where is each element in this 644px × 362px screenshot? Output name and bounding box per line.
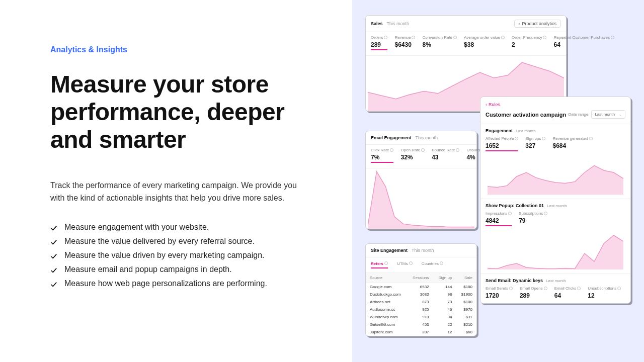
section-eyebrow: Analytics & Insights	[50, 45, 322, 54]
info-icon	[384, 261, 388, 265]
table-row[interactable]: Jupiterx.com28712$60	[366, 328, 476, 336]
metric[interactable]: Repeated Customer Purchases 64	[553, 35, 614, 50]
product-analytics-link[interactable]: › Product analytics	[514, 20, 561, 28]
engagement-metrics: Affected People 1652Sign ups 327Revenue …	[486, 136, 625, 154]
metric-label: Revenue generated	[552, 136, 592, 141]
metric[interactable]: Open Rate 32%	[400, 148, 425, 163]
chevron-left-icon: ‹	[486, 102, 487, 107]
email-metrics: Click Rate 7%Open Rate 32%Bounce Rate 43…	[366, 145, 476, 168]
table-row[interactable]: Wunderwp.com91034$31	[366, 313, 476, 321]
engagement-section-title: Engagement	[486, 128, 513, 133]
metric-label: Average order value	[464, 35, 505, 40]
rules-back-link[interactable]: ‹ Rules	[480, 97, 630, 110]
metric[interactable]: Email Sends 1720	[486, 286, 513, 299]
metric-label: Impressions	[486, 211, 512, 216]
info-icon	[577, 287, 581, 290]
metric-value: 289	[371, 41, 387, 50]
table-header[interactable]: Source	[366, 273, 407, 283]
email-send-section-title: Send Email: Dynamic keys	[486, 278, 543, 283]
popup-chart	[486, 229, 625, 269]
features-list: Measure engagement with your website.Mea…	[50, 223, 322, 288]
email-send-period: Last month	[546, 279, 566, 283]
info-icon	[501, 36, 505, 39]
metric[interactable]: Affected People 1652	[486, 136, 518, 151]
email-send-metrics: Email Sends 1720Email Opens 289Email Cli…	[486, 286, 625, 299]
metric-value: 7%	[371, 154, 393, 163]
table-row[interactable]: Audiosome.cc92546$970	[366, 306, 476, 313]
table-row[interactable]: Artbees.net87373$100	[366, 298, 476, 306]
info-icon	[543, 36, 546, 39]
info-icon	[544, 212, 547, 215]
metric[interactable]: Email Opens 289	[520, 286, 547, 299]
metric[interactable]: Revenue $6430	[394, 35, 415, 50]
metric-label: Order Frequency	[512, 35, 546, 40]
table-row[interactable]: Google.com6532144$180	[366, 283, 476, 291]
metric-value: $38	[464, 41, 505, 48]
metric[interactable]: Unsubscriptions 12	[588, 286, 621, 299]
page-headline: Measure your store performance, deeper a…	[50, 70, 322, 154]
check-icon	[50, 253, 57, 260]
info-icon	[508, 212, 512, 215]
info-icon	[611, 36, 614, 39]
metric[interactable]: Sign ups 327	[525, 136, 545, 151]
metric[interactable]: Click Rate 7%	[371, 148, 393, 163]
feature-item: Measure engagement with your website.	[50, 223, 322, 232]
info-icon	[589, 137, 593, 140]
page-subhead: Track the performance of every marketing…	[50, 179, 312, 205]
metric[interactable]: Orders 289	[371, 35, 387, 50]
table-header[interactable]: Sessions	[407, 273, 433, 283]
metric[interactable]: Subscriptions 79	[519, 211, 547, 226]
info-icon	[384, 36, 387, 39]
metric[interactable]: Average order value $38	[464, 35, 505, 50]
metric[interactable]: Revenue generated $684	[552, 136, 592, 151]
metric[interactable]: Order Frequency 2	[512, 35, 546, 50]
metric-label: Email Sends	[486, 286, 513, 291]
info-icon	[440, 261, 443, 265]
table-header[interactable]: Sale	[456, 273, 476, 283]
email-period: This month	[416, 135, 438, 140]
metric-value: 8%	[422, 41, 457, 48]
metric-value: 43	[432, 154, 459, 161]
site-table: SourceSessionsSign upSaleGoogle.com65321…	[366, 273, 476, 336]
tab-countries[interactable]: Countries	[422, 261, 443, 268]
info-icon	[544, 287, 547, 290]
metric-label: Click Rate	[371, 148, 393, 152]
date-range-select[interactable]: Last month ⌄	[591, 110, 625, 119]
feature-item: Measure the value driven by every market…	[50, 251, 322, 260]
table-row[interactable]: Duckduckgo.com308298$1900	[366, 291, 476, 298]
sales-title: Sales	[371, 21, 383, 26]
metric[interactable]: Bounce Rate 43	[432, 148, 459, 163]
feature-item: Measure the value delivered by every ref…	[50, 237, 322, 246]
metric-value: $6430	[394, 41, 415, 48]
popup-period: Last month	[547, 204, 567, 208]
info-icon	[542, 137, 545, 140]
metric[interactable]: Impressions 4842	[486, 211, 512, 226]
tab-refers[interactable]: Refers	[371, 261, 388, 268]
site-period: This month	[412, 248, 434, 253]
popup-metrics: Impressions 4842Subscriptions 79	[486, 211, 625, 229]
tab-utms[interactable]: UTMs	[397, 261, 413, 268]
metric-value: 1652	[486, 142, 518, 151]
chevron-right-icon: ›	[519, 22, 520, 26]
info-icon	[421, 148, 425, 152]
metric-label: Revenue	[394, 35, 415, 40]
metric-label: Open Rate	[400, 148, 425, 152]
metric[interactable]: Conversion Rate 8%	[422, 35, 457, 50]
table-header[interactable]: Sign up	[433, 273, 456, 283]
metric-value: 79	[519, 217, 547, 224]
metric-label: Orders	[371, 35, 387, 40]
info-icon	[515, 137, 518, 140]
metric-label: Subscriptions	[519, 211, 547, 216]
metric-label: Unsubscriptions	[588, 286, 621, 291]
info-icon	[453, 36, 457, 39]
info-icon	[456, 148, 459, 152]
metric[interactable]: Email Clicks 64	[554, 286, 581, 299]
metric-value: 64	[553, 41, 614, 48]
email-title: Email Engagement	[371, 135, 412, 140]
metric-label: Bounce Rate	[432, 148, 459, 152]
table-row[interactable]: Getsellkit.com45322$210	[366, 321, 476, 328]
engagement-period: Last month	[516, 129, 536, 133]
email-chart	[366, 168, 476, 229]
sales-period: This month	[387, 21, 410, 26]
engagement-chart	[486, 154, 625, 195]
